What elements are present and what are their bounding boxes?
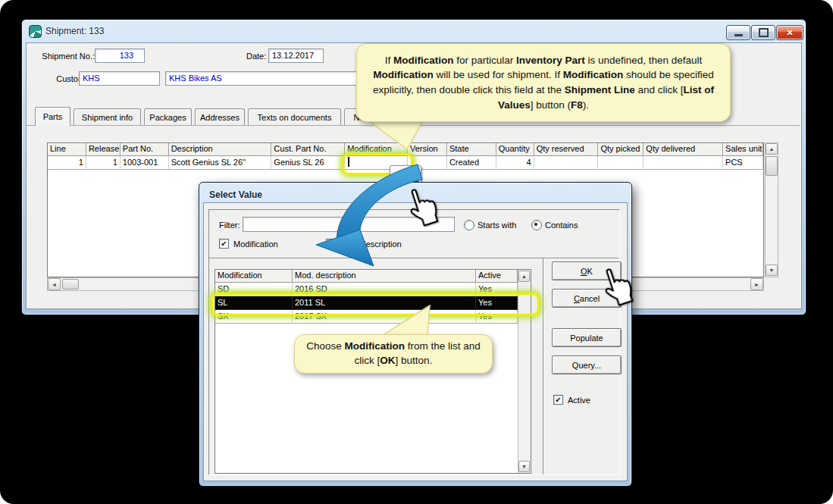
- list-col-modification[interactable]: Modification: [215, 270, 293, 283]
- populate-button[interactable]: Populate: [552, 328, 622, 347]
- list-cell[interactable]: Yes: [476, 310, 518, 324]
- scroll-down-icon: ▼: [769, 268, 775, 273]
- col-header-description[interactable]: Description: [169, 143, 272, 156]
- scroll-down-icon: ▼: [521, 464, 527, 469]
- query-button[interactable]: Query...: [552, 355, 622, 374]
- col-header-qty-picked[interactable]: Qty picked: [598, 143, 644, 156]
- horizontal-scroll-thumb[interactable]: [62, 279, 79, 290]
- cell-sales-unit[interactable]: PCS: [723, 156, 763, 170]
- scroll-left-icon: ◄: [52, 282, 57, 287]
- cell-release[interactable]: 1: [86, 156, 121, 170]
- tab-parts[interactable]: Parts: [35, 107, 70, 126]
- radio-contains-label[interactable]: Contains: [545, 221, 578, 230]
- list-cell[interactable]: 2011 SL: [293, 296, 476, 310]
- list-col-active[interactable]: Active: [476, 270, 518, 283]
- dialog-title: Select Value: [209, 189, 262, 200]
- cell-qty-delivered[interactable]: [644, 156, 723, 170]
- cell-state[interactable]: Created: [447, 156, 496, 170]
- scroll-right-button[interactable]: ►: [750, 278, 763, 290]
- app-icon: [29, 25, 42, 38]
- minimize-icon: [734, 34, 743, 36]
- minimize-button[interactable]: [726, 25, 750, 40]
- radio-starts-with[interactable]: [464, 220, 474, 230]
- screenshot-canvas: Shipment: 133 ✕ Shipment No.: 133 Date: …: [0, 0, 833, 504]
- tab-texts-on-documents[interactable]: Texts on documents: [248, 108, 341, 125]
- customer-code-field[interactable]: KHS: [79, 71, 160, 86]
- cell-cust-part-no[interactable]: Genius SL 26: [271, 156, 345, 170]
- radio-selected-dot: [534, 223, 537, 226]
- cell-description[interactable]: Scott Genius SL 26'': [169, 156, 272, 170]
- scroll-left-button[interactable]: ◄: [48, 278, 61, 290]
- close-button[interactable]: ✕: [776, 25, 803, 40]
- tab-baseline: [26, 125, 800, 126]
- customer-name-field[interactable]: KHS Bikes AS: [165, 71, 380, 86]
- col-header-modification[interactable]: Modification: [345, 143, 408, 156]
- col-header-quantity[interactable]: Quantity: [496, 143, 534, 156]
- list-cell[interactable]: SD: [215, 283, 293, 296]
- scroll-up-button[interactable]: ▲: [766, 143, 778, 155]
- list-cell[interactable]: SX: [215, 310, 293, 324]
- close-icon: ✕: [786, 28, 793, 38]
- vertical-scroll-thumb[interactable]: [766, 156, 778, 176]
- shipment-no-field[interactable]: 133: [95, 49, 145, 63]
- list-scroll-up-button[interactable]: ▲: [518, 271, 530, 282]
- checkbox-modification[interactable]: ✔: [219, 239, 229, 249]
- check-icon: ✔: [555, 396, 561, 404]
- col-header-qty-delivered[interactable]: Qty delivered: [644, 143, 723, 156]
- check-icon: ✔: [327, 239, 334, 248]
- cell-qty-reserved[interactable]: [534, 156, 599, 170]
- list-cell[interactable]: SL: [215, 296, 293, 310]
- tab-shipment-info[interactable]: Shipment info: [74, 108, 141, 125]
- date-field[interactable]: 13.12.2017: [268, 49, 324, 63]
- col-header-release[interactable]: Release: [86, 143, 121, 156]
- checkbox-mod-description[interactable]: ✔: [326, 239, 336, 249]
- list-cell[interactable]: Yes: [476, 283, 518, 296]
- col-header-cust-part-no[interactable]: Cust. Part No.: [271, 143, 345, 156]
- col-header-qty-reserved[interactable]: Qty reserved: [534, 143, 599, 156]
- maximize-icon: [759, 28, 769, 37]
- list-cell[interactable]: 2016 SD: [293, 283, 476, 296]
- check-icon: ✔: [221, 239, 227, 248]
- cell-qty-picked[interactable]: [598, 156, 644, 170]
- callout-choose-modification: Choose Modification from the list and cl…: [294, 334, 493, 374]
- active-checkbox[interactable]: ✔: [553, 395, 563, 405]
- dialog-divider-horizontal: [209, 258, 619, 259]
- list-item-selected[interactable]: SL 2011 SL Yes: [215, 296, 518, 310]
- radio-contains[interactable]: [531, 220, 542, 230]
- shipment-no-label: Shipment No.:: [30, 52, 95, 61]
- cell-quantity[interactable]: 4: [496, 156, 534, 170]
- scroll-up-icon: ▲: [521, 274, 527, 279]
- list-cell[interactable]: 2017 SX: [293, 310, 476, 324]
- window-title: Shipment: 133: [45, 26, 104, 36]
- checkbox-modification-label[interactable]: Modification: [233, 239, 278, 249]
- col-header-part-no[interactable]: Part No.: [121, 143, 169, 156]
- col-header-sales-unit[interactable]: Sales unit: [723, 143, 763, 156]
- list-scroll-down-button[interactable]: ▼: [518, 461, 530, 472]
- scroll-up-icon: ▲: [769, 146, 775, 152]
- value-list-header: Modification Mod. description Active: [215, 270, 518, 283]
- tab-addresses[interactable]: Addresses: [195, 108, 245, 125]
- maximize-button[interactable]: [751, 25, 775, 40]
- col-header-state[interactable]: State: [447, 143, 496, 156]
- text-caret: [348, 157, 349, 167]
- col-header-line[interactable]: Line: [48, 143, 86, 156]
- callout-modification-note: If Modification for particular Inventory…: [356, 43, 731, 122]
- list-item[interactable]: SX 2017 SX Yes: [215, 310, 518, 324]
- tab-packages[interactable]: Packages: [144, 108, 192, 125]
- list-item[interactable]: SD 2016 SD Yes: [215, 283, 518, 296]
- list-col-mod-description[interactable]: Mod. description: [293, 270, 476, 283]
- active-checkbox-label[interactable]: Active: [568, 396, 590, 405]
- cell-line[interactable]: 1: [48, 156, 86, 170]
- date-label: Date:: [246, 52, 266, 61]
- list-scrollbar[interactable]: [518, 270, 531, 473]
- checkbox-mod-description-label[interactable]: Mod. description: [340, 239, 402, 249]
- radio-starts-with-label[interactable]: Starts with: [478, 221, 516, 230]
- scroll-down-button[interactable]: ▼: [766, 265, 778, 276]
- col-header-version[interactable]: Version: [408, 143, 447, 156]
- table-header-row: Line Release Part No. Description Cust. …: [48, 143, 763, 156]
- filter-label: Filter:: [219, 221, 240, 230]
- list-cell[interactable]: Yes: [476, 296, 518, 310]
- cell-part-no[interactable]: 1003-001: [121, 156, 169, 170]
- dialog-divider-vertical: [543, 258, 544, 474]
- scroll-right-icon: ►: [754, 282, 759, 287]
